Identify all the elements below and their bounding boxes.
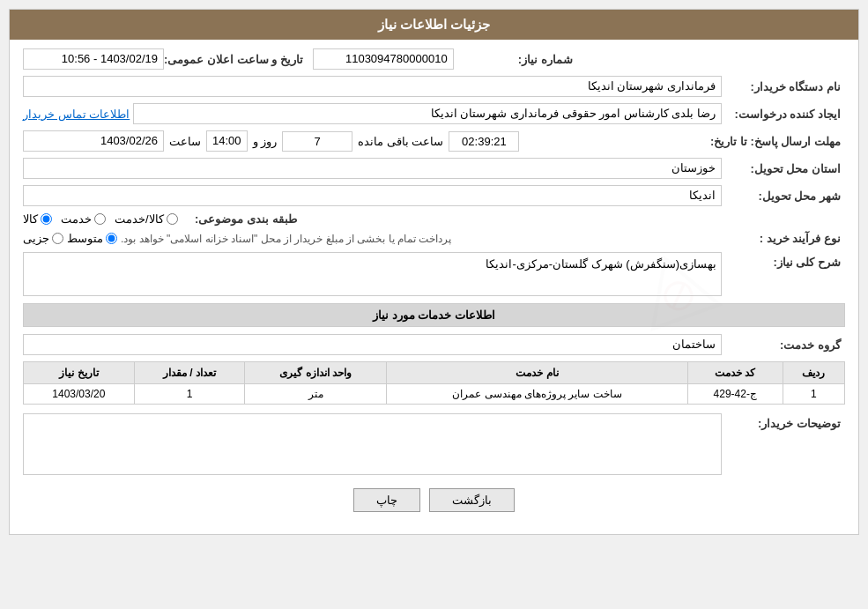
page-title: جزئیات اطلاعات نیاز bbox=[10, 10, 858, 40]
cell-name-1: ساخت سایر پروژه‌های مهندسی عمران bbox=[387, 384, 687, 405]
print-button[interactable]: چاپ bbox=[353, 488, 420, 512]
description-area: بهسازی(سنگفرش) شهرک گلستان-مرکزی-اندیکا bbox=[23, 252, 722, 296]
remaining-label: ساعت باقی مانده bbox=[358, 135, 443, 148]
process-area: پرداخت تمام یا بخشی از مبلغ خریدار از مح… bbox=[23, 232, 722, 245]
page-wrapper: جزئیات اطلاعات نیاز شماره نیاز: 11030947… bbox=[0, 0, 868, 609]
col-date: تاریخ نیاز bbox=[24, 362, 135, 384]
reply-time-value: 14:00 bbox=[206, 130, 248, 152]
cell-unit-1: متر bbox=[245, 384, 387, 405]
process-type-row: نوع فرآیند خرید : پرداخت تمام یا بخشی از… bbox=[23, 232, 845, 245]
cell-date-1: 1403/03/20 bbox=[24, 384, 135, 405]
category-option-kala-khedmat[interactable]: کالا/خدمت bbox=[115, 212, 178, 226]
buttons-row: بازگشت چاپ bbox=[23, 488, 845, 512]
cell-code-1: ج-42-429 bbox=[687, 384, 783, 405]
city-row: شهر محل تحویل: اندیکا bbox=[23, 185, 845, 206]
col-code: کد خدمت bbox=[687, 362, 783, 384]
category-row: طبقه بندی موضوعی: کالا/خدمت خدمت کالا bbox=[23, 212, 845, 226]
back-button[interactable]: بازگشت bbox=[429, 488, 515, 512]
col-name: نام خدمت bbox=[387, 362, 687, 384]
description-value: بهسازی(سنگفرش) شهرک گلستان-مرکزی-اندیکا bbox=[23, 252, 722, 296]
province-value: خوزستان bbox=[23, 158, 722, 179]
process-option-jozi[interactable]: جزیی bbox=[23, 232, 63, 245]
city-label: شهر محل تحویل: bbox=[722, 189, 845, 203]
reply-day-label: روز و bbox=[253, 135, 278, 148]
reply-time-label: ساعت bbox=[169, 135, 201, 148]
cell-quantity-1: 1 bbox=[134, 384, 245, 405]
remaining-value: 02:39:21 bbox=[449, 131, 519, 152]
need-number-value: 1103094780000010 bbox=[313, 48, 454, 70]
service-group-label: گروه خدمت: bbox=[722, 338, 845, 352]
reply-day-value: 7 bbox=[282, 131, 352, 152]
col-row: ردیف bbox=[783, 362, 844, 384]
buyer-org-label: نام دستگاه خریدار: bbox=[722, 80, 845, 93]
description-row: شرح کلی نیاز: بهسازی(سنگفرش) شهرک گلستان… bbox=[23, 252, 845, 296]
col-quantity: تعداد / مقدار bbox=[134, 362, 245, 384]
province-label: استان محل تحویل: bbox=[722, 162, 845, 175]
buyer-org-row: نام دستگاه خریدار: فرمانداری شهرستان اند… bbox=[23, 76, 845, 97]
reply-deadline-row: مهلت ارسال پاسخ: تا تاریخ: 02:39:21 ساعت… bbox=[23, 130, 845, 152]
creator-value: رضا بلدی کارشناس امور حقوقی فرمانداری شه… bbox=[133, 103, 722, 124]
table-header-row: ردیف کد خدمت نام خدمت واحد اندازه گیری ت… bbox=[24, 362, 845, 384]
category-option-kala[interactable]: کالا bbox=[23, 212, 52, 226]
announce-date-label: تاریخ و ساعت اعلان عمومی: bbox=[164, 53, 303, 66]
col-unit: واحد اندازه گیری bbox=[245, 362, 387, 384]
buyer-notes-row: توضیحات خریدار: bbox=[23, 413, 845, 475]
city-value: اندیکا bbox=[23, 185, 722, 206]
table-head: ردیف کد خدمت نام خدمت واحد اندازه گیری ت… bbox=[24, 362, 845, 384]
process-note: پرداخت تمام یا بخشی از مبلغ خریدار از مح… bbox=[121, 233, 451, 245]
process-type-label: نوع فرآیند خرید : bbox=[722, 232, 845, 245]
need-number-row: شماره نیاز: 1103094780000010 تاریخ و ساع… bbox=[23, 48, 845, 70]
service-group-row: گروه خدمت: ساختمان bbox=[23, 334, 845, 355]
cell-row-1: 1 bbox=[783, 384, 844, 405]
creator-label: ایجاد کننده درخواست: bbox=[722, 108, 845, 121]
service-group-value: ساختمان bbox=[23, 334, 722, 355]
province-row: استان محل تحویل: خوزستان bbox=[23, 158, 845, 179]
reply-date-value: 1403/02/26 bbox=[23, 130, 164, 152]
contact-link[interactable]: اطلاعات تماس خریدار bbox=[23, 108, 130, 121]
announce-date-value: 1403/02/19 - 10:56 bbox=[23, 48, 164, 70]
need-number-label: شماره نیاز: bbox=[454, 53, 577, 66]
services-section-title: اطلاعات خدمات مورد نیاز bbox=[23, 303, 845, 327]
timer-area: 02:39:21 ساعت باقی مانده 7 روز و 14:00 س… bbox=[23, 130, 710, 152]
buyer-notes-input[interactable] bbox=[23, 413, 722, 475]
process-option-motavaset[interactable]: متوسط bbox=[67, 232, 117, 245]
category-option-khedmat[interactable]: خدمت bbox=[61, 212, 106, 226]
services-table: ردیف کد خدمت نام خدمت واحد اندازه گیری ت… bbox=[23, 361, 845, 405]
buyer-org-value: فرمانداری شهرستان اندیکا bbox=[23, 76, 722, 97]
buyer-notes-label: توضیحات خریدار: bbox=[722, 413, 845, 430]
creator-row: ایجاد کننده درخواست: رضا بلدی کارشناس ام… bbox=[23, 103, 845, 124]
main-container: جزئیات اطلاعات نیاز شماره نیاز: 11030947… bbox=[9, 9, 859, 535]
table-body: 1 ج-42-429 ساخت سایر پروژه‌های مهندسی عم… bbox=[24, 384, 845, 405]
reply-deadline-label: مهلت ارسال پاسخ: تا تاریخ: bbox=[710, 135, 845, 148]
category-label: طبقه بندی موضوعی: bbox=[178, 212, 301, 226]
category-radio-group: کالا/خدمت خدمت کالا bbox=[23, 212, 178, 226]
content-area: شماره نیاز: 1103094780000010 تاریخ و ساع… bbox=[10, 40, 858, 534]
table-row: 1 ج-42-429 ساخت سایر پروژه‌های مهندسی عم… bbox=[24, 384, 845, 405]
description-label: شرح کلی نیاز: bbox=[722, 252, 845, 269]
